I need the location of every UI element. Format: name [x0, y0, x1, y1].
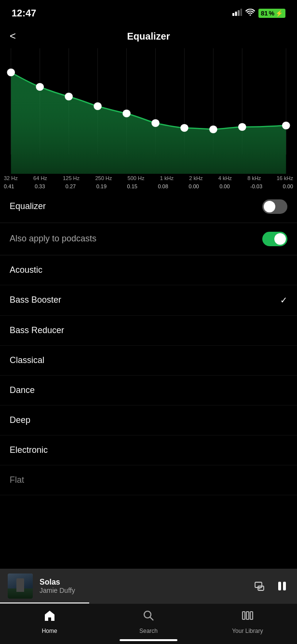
- podcast-toggle-knob: [274, 233, 286, 245]
- page-title: Equalizer: [127, 31, 170, 42]
- freq-label-2: 125 Hz: [63, 175, 80, 182]
- freq-label-8: 8 kHz: [247, 175, 261, 182]
- svg-rect-0: [232, 13, 234, 16]
- eq-point-1: [36, 83, 44, 91]
- pause-button[interactable]: [275, 579, 289, 593]
- home-icon: [43, 609, 56, 626]
- eq-point-2: [65, 93, 73, 100]
- freq-val-0: 0.41: [4, 183, 14, 190]
- freq-val-6: 0.00: [189, 183, 199, 190]
- freq-label-5: 1 kHz: [160, 175, 174, 182]
- checkmark-icon: ✓: [280, 295, 287, 306]
- freq-val-2: 0.27: [66, 183, 76, 190]
- now-playing-artist: Jamie Duffy: [40, 587, 246, 594]
- preset-name-deep: Deep: [10, 415, 30, 425]
- podcast-label: Also apply to podcasts: [10, 234, 96, 244]
- freq-label-9: 16 kHz: [277, 175, 293, 182]
- freq-label-3: 250 Hz: [95, 175, 112, 182]
- preset-list: Acoustic Bass Booster ✓ Bass Reducer Cla…: [0, 255, 297, 495]
- eq-point-5: [151, 119, 160, 127]
- eq-point-6: [180, 124, 189, 132]
- preset-name-bass-booster: Bass Booster: [10, 295, 61, 305]
- preset-item-acoustic[interactable]: Acoustic: [0, 255, 297, 285]
- home-indicator: [120, 639, 177, 641]
- preset-name-classical: Classical: [10, 355, 44, 365]
- svg-rect-2: [238, 10, 240, 16]
- status-icons: 81% ⚡: [232, 8, 285, 18]
- preset-item-bass-reducer[interactable]: Bass Reducer: [0, 316, 297, 346]
- page-header: < Equalizer: [0, 24, 297, 48]
- nav-item-search[interactable]: Search: [99, 604, 198, 644]
- freq-val-3: 0.19: [96, 183, 107, 190]
- svg-point-20: [144, 611, 151, 618]
- freq-val-9: 0.00: [283, 183, 293, 190]
- eq-point-0: [7, 69, 15, 76]
- freq-val-1: 0.33: [35, 183, 45, 190]
- equalizer-toggle-row: Equalizer: [0, 191, 297, 223]
- svg-rect-1: [235, 12, 237, 16]
- eq-point-3: [94, 102, 102, 110]
- preset-item-flat[interactable]: Flat: [0, 465, 297, 495]
- svg-rect-15: [258, 586, 264, 590]
- preset-item-dance[interactable]: Dance: [0, 376, 297, 406]
- freq-label-7: 4 kHz: [218, 175, 232, 182]
- battery-icon: 81% ⚡: [258, 9, 285, 18]
- freq-labels-row: 32 Hz 64 Hz 125 Hz 250 Hz 500 Hz 1 kHz 2…: [0, 174, 297, 191]
- freq-val-5: 0.08: [158, 183, 168, 190]
- search-icon: [142, 609, 155, 626]
- preset-name-acoustic: Acoustic: [10, 265, 42, 275]
- equalizer-label: Equalizer: [10, 201, 46, 211]
- svg-rect-23: [246, 612, 249, 619]
- eq-point-9: [282, 122, 290, 129]
- nav-item-home[interactable]: Home: [0, 604, 99, 644]
- svg-line-21: [150, 617, 153, 621]
- podcast-toggle-row: Also apply to podcasts: [0, 223, 297, 255]
- nav-label-home: Home: [42, 628, 57, 634]
- now-playing-controls: [253, 579, 289, 593]
- preset-item-bass-booster[interactable]: Bass Booster ✓: [0, 285, 297, 316]
- eq-point-8: [238, 123, 246, 131]
- nav-label-library: Your Library: [232, 628, 263, 634]
- freq-label-1: 64 Hz: [33, 175, 47, 182]
- eq-chart[interactable]: [0, 48, 297, 174]
- svg-rect-22: [243, 612, 245, 619]
- freq-val-7: 0.00: [219, 183, 230, 190]
- back-button[interactable]: <: [10, 30, 16, 42]
- freq-label-6: 2 kHz: [189, 175, 202, 182]
- now-playing-title: Solas: [40, 578, 246, 587]
- svg-rect-19: [283, 582, 286, 590]
- preset-name-dance: Dance: [10, 385, 35, 395]
- freq-label-4: 500 Hz: [128, 175, 145, 182]
- svg-rect-3: [240, 9, 242, 16]
- freq-val-4: 0.15: [127, 183, 137, 190]
- eq-point-4: [122, 110, 131, 117]
- podcast-toggle[interactable]: [262, 232, 287, 246]
- status-bar: 12:47 81% ⚡: [0, 0, 297, 24]
- status-time: 12:47: [12, 8, 36, 19]
- now-playing-thumbnail: [8, 574, 33, 599]
- toggle-knob: [264, 201, 275, 212]
- nav-item-library[interactable]: Your Library: [198, 604, 297, 644]
- preset-name-electronic: Electronic: [10, 445, 48, 455]
- preset-item-deep[interactable]: Deep: [0, 406, 297, 435]
- preset-name-bass-reducer: Bass Reducer: [10, 325, 64, 336]
- preset-item-electronic[interactable]: Electronic: [0, 435, 297, 465]
- equalizer-toggle[interactable]: [262, 199, 287, 214]
- connect-device-icon[interactable]: [253, 579, 267, 593]
- now-playing-bar[interactable]: Solas Jamie Duffy: [0, 569, 297, 603]
- preset-name-flat: Flat: [10, 475, 24, 485]
- nav-label-search: Search: [139, 628, 158, 634]
- freq-val-8: -0.03: [250, 183, 262, 190]
- freq-label-0: 32 Hz: [4, 175, 18, 182]
- now-playing-info: Solas Jamie Duffy: [40, 578, 246, 594]
- preset-item-classical[interactable]: Classical: [0, 346, 297, 376]
- svg-rect-24: [250, 612, 253, 619]
- svg-rect-18: [278, 582, 281, 590]
- signal-icon: [232, 8, 242, 18]
- wifi-icon: [245, 8, 256, 18]
- eq-point-7: [209, 126, 217, 133]
- bottom-nav: Home Search Your Library: [0, 603, 297, 644]
- library-icon: [241, 609, 254, 626]
